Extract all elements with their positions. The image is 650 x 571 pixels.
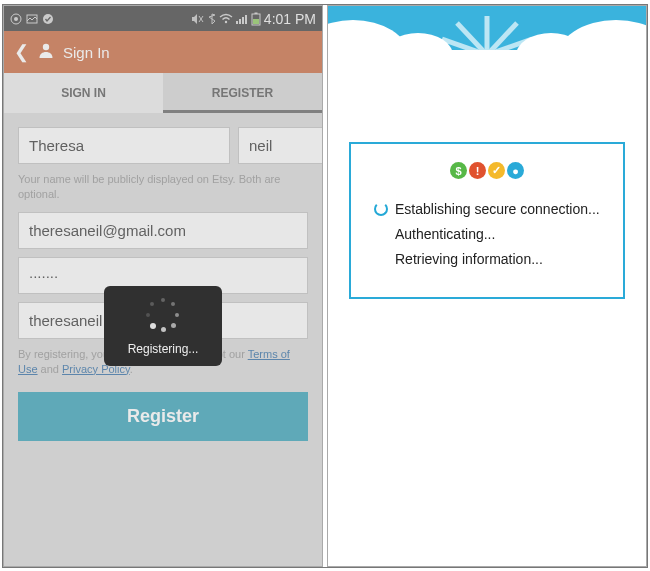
alert-icon: !	[469, 162, 486, 179]
connection-status-card: $ ! ✓ ● Establishing secure connection..…	[349, 142, 625, 299]
sky-header	[328, 6, 646, 50]
right-content: $ ! ✓ ● Establishing secure connection..…	[328, 50, 646, 299]
right-device: $ ! ✓ ● Establishing secure connection..…	[327, 5, 647, 567]
chat-icon: ●	[507, 162, 524, 179]
status-row-retrieving: Retrieving information...	[373, 251, 611, 267]
spinner-icon	[146, 298, 180, 332]
sunrays-icon	[442, 11, 532, 50]
status-row-connecting: Establishing secure connection...	[373, 201, 611, 217]
status-row-authenticating: Authenticating...	[373, 226, 611, 242]
loading-spinner-icon	[374, 202, 388, 216]
status-text: Authenticating...	[395, 226, 495, 242]
status-text: Retrieving information...	[395, 251, 543, 267]
left-device: 4:01 PM ❮ Sign In SIGN IN REGISTER Your …	[3, 5, 323, 567]
registering-toast: Registering...	[104, 286, 222, 366]
status-text: Establishing secure connection...	[395, 201, 600, 217]
dollar-icon: $	[450, 162, 467, 179]
check-circle-icon: ✓	[488, 162, 505, 179]
feature-icons: $ ! ✓ ●	[363, 162, 611, 179]
status-list: Establishing secure connection... Authen…	[363, 201, 611, 267]
toast-label: Registering...	[128, 342, 199, 356]
